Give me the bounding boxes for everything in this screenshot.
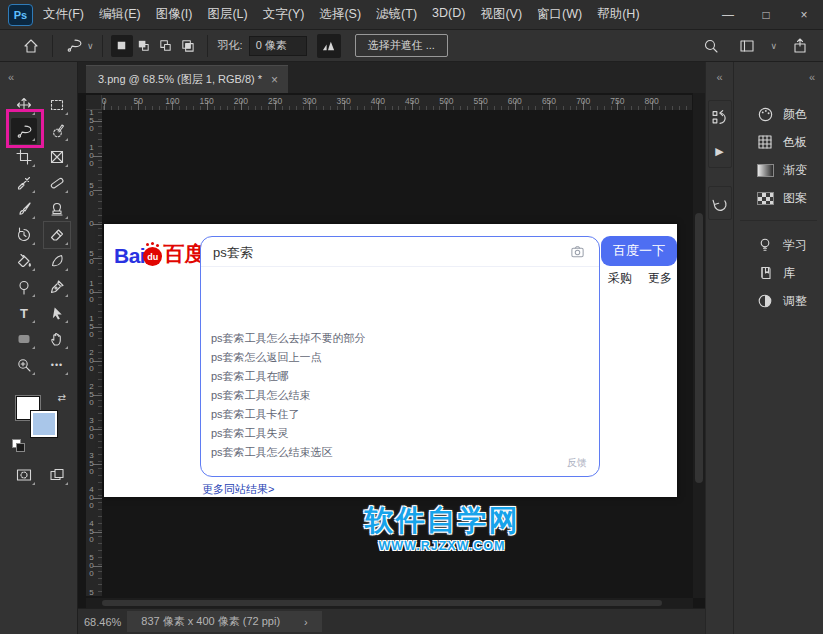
panel-divider: [740, 220, 817, 221]
move-tool[interactable]: [11, 92, 37, 118]
baidu-logo: Bai du 百度: [114, 240, 205, 268]
menu-item-filter[interactable]: 滤镜(T): [376, 6, 417, 23]
horizontal-scrollbar-thumb[interactable]: [102, 600, 662, 606]
search-query-text: ps套索: [213, 244, 253, 262]
panel-label: 学习: [783, 237, 807, 254]
minimize-icon[interactable]: —: [709, 0, 747, 29]
vertical-scrollbar-thumb[interactable]: [695, 213, 703, 483]
menu-item-3d[interactable]: 3D(D): [432, 6, 465, 23]
tab-close-icon[interactable]: ×: [271, 73, 278, 87]
hand-tool[interactable]: [44, 326, 70, 352]
collapse-panels-icon[interactable]: «: [809, 71, 815, 83]
intersect-selection-mode-icon[interactable]: [177, 35, 199, 57]
rectangle-shape-tool[interactable]: [11, 326, 37, 352]
type-tool[interactable]: T: [11, 300, 37, 326]
spot-healing-brush-tool[interactable]: [44, 170, 70, 196]
menu-item-image[interactable]: 图像(I): [156, 6, 193, 23]
quick-mask-button[interactable]: [11, 462, 37, 488]
history-panel-icon[interactable]: [710, 193, 730, 213]
document-info: 837 像素 x 400 像素 (72 ppi) ›: [127, 611, 321, 632]
lasso-tool-preset-icon[interactable]: [61, 33, 87, 59]
add-to-selection-mode-icon[interactable]: [133, 35, 155, 57]
layer-comps-panel-icon[interactable]: [710, 107, 730, 127]
menu-bar: Ps 文件(F) 编辑(E) 图像(I) 图层(L) 文字(Y) 选择(S) 滤…: [0, 0, 823, 30]
swatches-panel-icon: [756, 134, 774, 150]
anti-alias-icon[interactable]: [317, 34, 341, 58]
menu-item-layer[interactable]: 图层(L): [207, 6, 247, 23]
search-icon[interactable]: [698, 33, 724, 59]
tool-options-bar: ∨ 羽化: 0 像素 选择并遮住 ... ∨: [0, 30, 823, 62]
nav-link-caigou: 采购: [608, 270, 632, 287]
panel-item-learn[interactable]: 学习: [734, 231, 823, 259]
zoom-level-field[interactable]: 68.46%: [80, 614, 127, 630]
horizontal-scrollbar[interactable]: [86, 598, 693, 608]
menu-item-file[interactable]: 文件(F): [43, 6, 84, 23]
document-dimensions: 837 像素 x 400 像素 (72 ppi): [141, 614, 280, 629]
quick-selection-tool[interactable]: [44, 118, 70, 144]
panel-group-box: ▶: [708, 100, 732, 168]
share-icon[interactable]: [787, 33, 813, 59]
panel-item-adjustments[interactable]: 调整: [734, 287, 823, 315]
eraser-tool[interactable]: [44, 222, 70, 248]
swap-colors-icon[interactable]: ⇄: [58, 392, 66, 403]
pen-tool[interactable]: [44, 274, 70, 300]
panel-label: 调整: [783, 293, 807, 310]
paint-bucket-tool[interactable]: [11, 248, 37, 274]
actions-panel-icon[interactable]: ▶: [710, 141, 730, 161]
crop-tool[interactable]: [11, 144, 37, 170]
collapse-tools-icon[interactable]: «: [8, 71, 14, 83]
workspace-icon[interactable]: [734, 33, 760, 59]
document-tab[interactable]: 3.png @ 68.5% (图层 1, RGB/8) * ×: [86, 65, 288, 93]
lasso-tool[interactable]: [11, 118, 37, 144]
menu-item-edit[interactable]: 编辑(E): [99, 6, 141, 23]
select-and-mask-button[interactable]: 选择并遮住 ...: [355, 34, 448, 57]
menu-item-select[interactable]: 选择(S): [319, 6, 361, 23]
status-bar: 68.46% 837 像素 x 400 像素 (72 ppi) ›: [78, 608, 705, 634]
brush-tool[interactable]: [11, 196, 37, 222]
close-icon[interactable]: ×: [785, 0, 823, 29]
panel-item-gradients[interactable]: 渐变: [734, 156, 823, 184]
home-icon[interactable]: [18, 33, 44, 59]
smudge-tool[interactable]: [44, 248, 70, 274]
panel-label: 颜色: [783, 106, 807, 123]
document-image[interactable]: Bai du 百度 采购 更多 ps套索: [104, 224, 677, 497]
more-results-link: 更多同站结果>: [202, 482, 274, 497]
patterns-panel-icon: [756, 192, 774, 205]
menu-item-help[interactable]: 帮助(H): [597, 6, 639, 23]
edit-toolbar-icon[interactable]: •••: [44, 352, 70, 378]
collapse-strip-icon[interactable]: «: [716, 71, 722, 83]
canvas-area[interactable]: 0501001502002503003504004505005506006507…: [78, 93, 705, 608]
adjustments-panel-icon: [756, 293, 774, 309]
path-selection-tool[interactable]: [44, 300, 70, 326]
chevron-down-icon[interactable]: ∨: [87, 41, 94, 51]
menu-item-type[interactable]: 文字(Y): [263, 6, 305, 23]
menu-item-view[interactable]: 视图(V): [480, 6, 522, 23]
rectangular-marquee-tool[interactable]: [44, 92, 70, 118]
panel-item-libraries[interactable]: 库: [734, 259, 823, 287]
maximize-icon[interactable]: □: [747, 0, 785, 29]
panel-item-swatches[interactable]: 色板: [734, 128, 823, 156]
clone-stamp-tool[interactable]: [44, 196, 70, 222]
panel-item-color[interactable]: 颜色: [734, 100, 823, 128]
panel-label: 渐变: [783, 162, 807, 179]
feather-input[interactable]: 0 像素: [249, 36, 307, 56]
panel-label: 库: [783, 265, 795, 282]
baidu-logo-hanzi: 百度: [163, 240, 205, 268]
history-brush-tool[interactable]: [11, 222, 37, 248]
status-chevron-icon[interactable]: ›: [304, 616, 308, 628]
panel-item-patterns[interactable]: 图案: [734, 184, 823, 212]
screen-mode-button[interactable]: [44, 462, 70, 488]
vertical-scrollbar[interactable]: [693, 93, 705, 598]
eyedropper-tool[interactable]: [11, 170, 37, 196]
frame-tool[interactable]: [44, 144, 70, 170]
default-colors-icon[interactable]: [12, 439, 21, 448]
baidu-paw-icon: du: [143, 247, 162, 266]
new-selection-mode-icon[interactable]: [111, 35, 133, 57]
search-suggestions: ps套索工具怎么去掉不要的部分 ps套索怎么返回上一点 ps套索工具在哪 ps套…: [201, 267, 599, 462]
zoom-tool[interactable]: [11, 352, 37, 378]
menu-item-window[interactable]: 窗口(W): [537, 6, 582, 23]
subtract-from-selection-mode-icon[interactable]: [155, 35, 177, 57]
dodge-tool[interactable]: [11, 274, 37, 300]
chevron-down-icon[interactable]: ∨: [770, 41, 777, 51]
background-color-swatch[interactable]: [31, 411, 57, 437]
